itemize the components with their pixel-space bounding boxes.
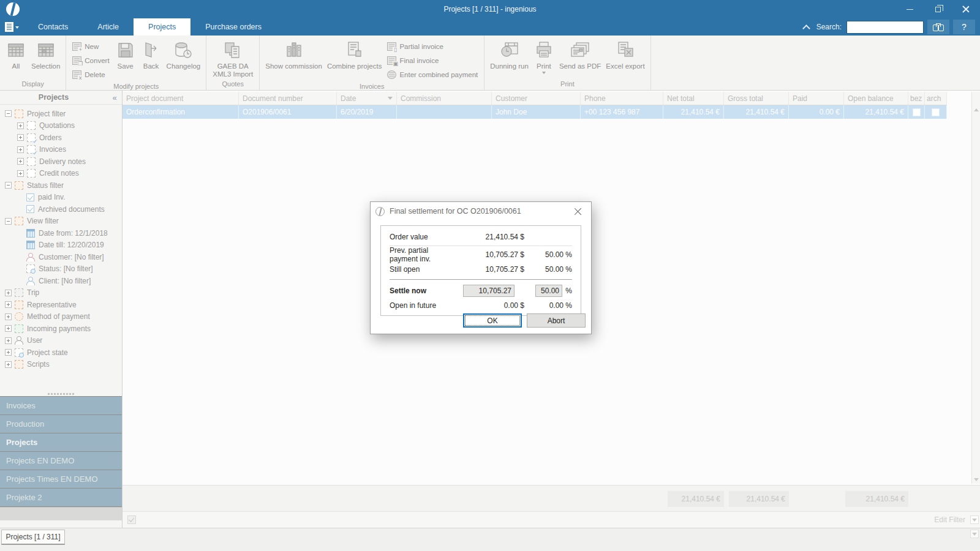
- column-header-bez[interactable]: bez: [908, 92, 925, 105]
- column-header-paid[interactable]: Paid: [789, 92, 844, 105]
- dunning-run-button[interactable]: Dunning run: [488, 38, 530, 72]
- bez-checkbox[interactable]: [913, 108, 921, 116]
- partial-invoice-button[interactable]: ▯ Partial invoice: [385, 39, 480, 53]
- filter-checkbox[interactable]: [127, 515, 136, 524]
- all-button[interactable]: All: [4, 38, 28, 72]
- tab-purchase-orders[interactable]: Purchase orders: [190, 18, 276, 36]
- scroll-down-icon[interactable]: [973, 475, 980, 484]
- changelog-button[interactable]: Changelog: [165, 38, 203, 72]
- tree-item-status-filter[interactable]: Status filter: [0, 179, 122, 192]
- help-button[interactable]: ?: [953, 20, 975, 34]
- column-header-document-number[interactable]: Document number: [239, 92, 337, 105]
- tree-item-project-filter[interactable]: Project filter: [0, 108, 122, 120]
- tree-item-user[interactable]: User: [0, 335, 122, 347]
- expand-node-icon[interactable]: [5, 325, 12, 332]
- tree-item-invoices[interactable]: Invoices: [0, 144, 122, 156]
- column-header-arch[interactable]: arch: [925, 92, 947, 105]
- collapse-ribbon-icon[interactable]: [803, 24, 809, 30]
- column-header-customer[interactable]: Customer: [492, 92, 581, 105]
- tab-article[interactable]: Article: [83, 18, 134, 36]
- settle-percent-input[interactable]: [535, 285, 562, 297]
- column-header-commission[interactable]: Commission: [397, 92, 492, 105]
- tree-item-representative[interactable]: Representative: [0, 299, 122, 311]
- delete-button[interactable]: x Delete: [70, 67, 111, 81]
- expand-node-icon[interactable]: [5, 361, 12, 368]
- ok-button[interactable]: OK: [463, 313, 522, 328]
- tree-item-delivery-notes[interactable]: Delivery notes: [0, 156, 122, 168]
- selection-button[interactable]: Selection: [29, 38, 62, 72]
- checked-checkbox-icon[interactable]: [26, 205, 34, 213]
- panel-invoices[interactable]: Invoices: [0, 397, 122, 415]
- tree-item-date-till[interactable]: Date till: 12/20/2019: [0, 239, 122, 252]
- scroll-up-icon[interactable]: [973, 105, 980, 114]
- expand-node-icon[interactable]: [5, 290, 12, 296]
- grid-row-selected[interactable]: Orderconfirmation O201906/0061 6/20/2019…: [123, 105, 947, 119]
- expand-node-icon[interactable]: [5, 349, 12, 356]
- arch-checkbox[interactable]: [932, 108, 940, 116]
- tree-item-client-filter[interactable]: Client: [No filter]: [0, 275, 122, 287]
- expand-node-icon[interactable]: [5, 337, 12, 344]
- collapse-node-icon[interactable]: [5, 182, 12, 189]
- tab-contacts[interactable]: Contacts: [23, 18, 83, 36]
- convert-button[interactable]: ❐ Convert: [70, 53, 111, 67]
- expand-node-icon[interactable]: [17, 158, 24, 165]
- expand-node-icon[interactable]: [5, 313, 12, 320]
- save-button[interactable]: Save: [113, 38, 138, 72]
- column-header-net-total[interactable]: Net total: [663, 92, 724, 105]
- show-commission-button[interactable]: Show commission: [263, 38, 324, 72]
- final-invoice-button[interactable]: ▣ Final invoice: [385, 53, 480, 67]
- filter-dropdown-icon[interactable]: [970, 515, 979, 524]
- settle-amount-input[interactable]: [463, 285, 514, 297]
- sidebar-collapse-icon[interactable]: [107, 93, 122, 102]
- print-dropdown-icon[interactable]: [542, 72, 546, 74]
- tree-item-customer-filter[interactable]: Customer: [No filter]: [0, 251, 122, 263]
- expand-node-icon[interactable]: [17, 134, 24, 141]
- dialog-close-icon[interactable]: [569, 204, 586, 218]
- collapse-node-icon[interactable]: [5, 110, 12, 117]
- tree-item-date-from[interactable]: Date from: 12/1/2018: [0, 227, 122, 239]
- vertical-scrollbar[interactable]: [971, 92, 980, 484]
- panel-projects-en-demo[interactable]: Projects EN DEMO: [0, 452, 122, 470]
- panel-projects[interactable]: Projects: [0, 433, 122, 452]
- gaeb-import-button[interactable]: GAEB DA XML3 Import: [210, 38, 255, 79]
- minimize-button[interactable]: [895, 0, 924, 18]
- restore-button[interactable]: [924, 0, 952, 18]
- main-menu-button[interactable]: [0, 18, 23, 36]
- tree-item-view-filter[interactable]: View filter: [0, 216, 122, 228]
- statusbar-tab-projects[interactable]: Projects [1 / 311]: [1, 530, 65, 545]
- tree-item-incoming-payments[interactable]: Incoming payments: [0, 323, 122, 335]
- column-header-date[interactable]: Date: [337, 92, 397, 105]
- column-header-project-document[interactable]: Project document: [123, 92, 239, 105]
- print-button[interactable]: Print: [532, 38, 556, 75]
- checked-checkbox-icon[interactable]: [26, 193, 34, 201]
- back-button[interactable]: Back: [139, 38, 164, 72]
- combine-projects-button[interactable]: Combine projects: [325, 38, 383, 72]
- column-header-phone[interactable]: Phone: [581, 92, 663, 105]
- tree-item-trip[interactable]: Trip: [0, 287, 122, 299]
- panel-projekte-2[interactable]: Projekte 2: [0, 489, 122, 507]
- collapse-node-icon[interactable]: [5, 218, 12, 225]
- send-as-pdf-button[interactable]: Send as PDF: [557, 38, 603, 72]
- tree-item-status[interactable]: Status: [No filter]: [0, 263, 122, 276]
- statusbar-dropdown-icon[interactable]: [970, 530, 979, 538]
- excel-export-button[interactable]: Excel export: [604, 38, 646, 72]
- tree-item-paid-inv[interactable]: paid Inv.: [0, 192, 122, 204]
- enter-combined-payment-button[interactable]: Enter combined payment: [385, 67, 480, 81]
- close-button[interactable]: [952, 0, 980, 18]
- expand-node-icon[interactable]: [5, 301, 12, 308]
- search-input[interactable]: [846, 21, 924, 34]
- expand-node-icon[interactable]: [17, 170, 24, 177]
- sidebar-splitter[interactable]: [0, 391, 122, 396]
- tree-item-orders[interactable]: Orders: [0, 132, 122, 144]
- advanced-search-button[interactable]: [927, 20, 949, 34]
- panel-production[interactable]: Production: [0, 415, 122, 433]
- tree-item-quotations[interactable]: Quotations: [0, 120, 122, 132]
- column-header-open-balance[interactable]: Open balance: [844, 92, 908, 105]
- tree-item-project-state[interactable]: Project state: [0, 347, 122, 359]
- new-button[interactable]: + New: [70, 39, 111, 53]
- expand-node-icon[interactable]: [17, 146, 24, 153]
- abort-button[interactable]: Abort: [527, 313, 586, 328]
- tree-item-archived-documents[interactable]: Archived documents: [0, 203, 122, 216]
- column-header-gross-total[interactable]: Gross total: [724, 92, 789, 105]
- expand-node-icon[interactable]: [17, 122, 24, 129]
